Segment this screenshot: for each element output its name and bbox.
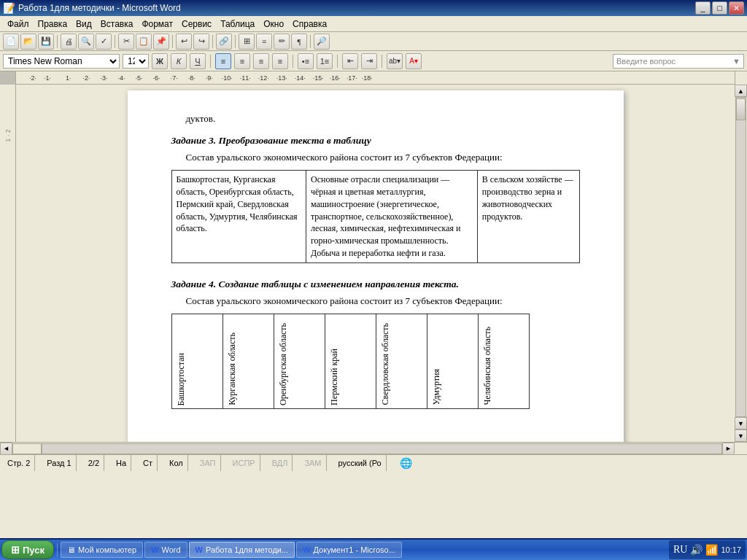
align-left-button[interactable]: ≡	[215, 53, 231, 69]
menu-help[interactable]: Справка	[288, 18, 331, 31]
table2-cell5: Свердловская область	[376, 314, 427, 408]
taskbar: ⊞ Пуск 🖥 Мой компьютер W Word W Работа 1…	[0, 538, 747, 560]
menu-window[interactable]: Окно	[259, 18, 288, 31]
size-select[interactable]: 12	[123, 54, 149, 69]
bullets-button[interactable]: •≡	[298, 53, 314, 69]
table-button[interactable]: ⊞	[239, 34, 255, 50]
align-center-button[interactable]: ≡	[234, 53, 250, 69]
tray-volume-icon: 📶	[705, 544, 718, 556]
status-page-of: 2/2	[84, 455, 104, 471]
hyperlink-button[interactable]: 🔗	[216, 34, 232, 50]
minimize-button[interactable]: _	[695, 1, 711, 15]
word-icon: W	[151, 545, 158, 554]
table1: Башкортостан, Курганская область, Оренбу…	[171, 170, 580, 263]
close-button[interactable]: ✕	[729, 1, 744, 15]
decrease-indent-button[interactable]: ⇤	[342, 53, 358, 69]
menu-table[interactable]: Таблица	[216, 18, 259, 31]
font-select[interactable]: Times New Roman	[3, 54, 120, 69]
highlight-button[interactable]: ab▾	[387, 53, 403, 69]
spellcheck-button[interactable]: ✓	[96, 34, 112, 50]
show-button[interactable]: ¶	[291, 34, 307, 50]
font-color-button[interactable]: A▾	[406, 53, 422, 69]
cut-button[interactable]: ✂	[118, 34, 134, 50]
scroll-left-button[interactable]: ◄	[0, 443, 12, 455]
menu-format[interactable]: Формат	[137, 18, 177, 31]
status-ha: На	[112, 455, 131, 471]
table2-text1: Башкортостан	[175, 353, 187, 405]
hscroll-track[interactable]	[42, 443, 722, 454]
task4-body: Состав уральского экономического района …	[171, 295, 580, 308]
table2-row: Башкортостан Курганская область Оренбург…	[171, 314, 529, 408]
scroll-view-buttons	[12, 443, 42, 454]
mycomputer-icon: 🖥	[67, 545, 75, 554]
intro-text: дуктов.	[171, 112, 580, 125]
sep7	[210, 55, 211, 68]
paste-button[interactable]: 📌	[153, 34, 169, 50]
start-label: Пуск	[23, 545, 44, 556]
status-vdl: ВДЛ	[268, 455, 293, 471]
open-button[interactable]: 📂	[20, 34, 36, 50]
ruler-corner	[0, 71, 16, 85]
task3-heading: Задание 3. Преобразование текста в табли…	[171, 134, 580, 148]
table2-text6: Удмуртия	[430, 369, 443, 405]
table2-text4: Пермский край	[328, 349, 341, 405]
scroll-up-button[interactable]: ▲	[735, 85, 747, 97]
status-lang: русский (Ро	[334, 455, 387, 471]
align-justify-button[interactable]: ≡	[272, 53, 288, 69]
menu-view[interactable]: Вид	[71, 18, 96, 31]
taskbar-sep	[57, 543, 58, 556]
scroll-track[interactable]	[735, 97, 746, 417]
scroll-thumb[interactable]	[736, 98, 746, 120]
system-tray: RU 🔊 📶 10:17	[669, 540, 746, 559]
menu-insert[interactable]: Вставка	[96, 18, 138, 31]
start-button[interactable]: ⊞ Пуск	[1, 540, 54, 559]
taskbar-doc1[interactable]: W Работа 1для методи...	[189, 542, 295, 558]
italic-button[interactable]: К	[171, 53, 187, 69]
numbering-button[interactable]: 1≡	[317, 53, 333, 69]
document-page: дуктов. Задание 3. Преобразование текста…	[128, 90, 624, 442]
sep5	[235, 35, 236, 48]
status-page: Стр. 2	[3, 455, 35, 471]
status-kol: Кол	[165, 455, 188, 471]
tray-network-icon: 🔊	[690, 544, 703, 556]
scroll-down-button[interactable]: ▼	[735, 417, 747, 429]
table2-cell6: Удмуртия	[427, 314, 478, 408]
new-button[interactable]: 📄	[3, 34, 19, 50]
menu-file[interactable]: Файл	[3, 18, 34, 31]
table1-cell3: В сельском хозяйстве — производство зерн…	[477, 171, 579, 263]
title-bar: 📝 Работа 1для методички - Microsoft Word…	[0, 0, 747, 16]
menu-tools[interactable]: Сервис	[177, 18, 216, 31]
drawing-button[interactable]: ✏	[274, 34, 290, 50]
menu-edit[interactable]: Правка	[34, 18, 72, 31]
taskbar-mycomputer[interactable]: 🖥 Мой компьютер	[61, 542, 143, 558]
bold-button[interactable]: Ж	[152, 53, 168, 69]
copy-button[interactable]: 📋	[136, 34, 152, 50]
doc1-icon: W	[196, 545, 203, 554]
columns-button[interactable]: ≡	[256, 34, 272, 50]
redo-button[interactable]: ↪	[193, 34, 209, 50]
scroll-down2-button[interactable]: ▼	[735, 429, 747, 442]
sep6	[310, 35, 311, 48]
print-button[interactable]: 🖨	[61, 34, 77, 50]
taskbar-word[interactable]: W Word	[144, 542, 187, 558]
table1-row1: Башкортостан, Курганская область, Оренбу…	[171, 171, 579, 263]
undo-button[interactable]: ↩	[176, 34, 192, 50]
help-search-box[interactable]: Введите вопрос ▼	[613, 54, 744, 69]
sep2	[115, 35, 115, 48]
zoom-button[interactable]: 🔎	[314, 34, 330, 50]
table2-cell1: Башкортостан	[171, 314, 222, 408]
increase-indent-button[interactable]: ⇥	[361, 53, 377, 69]
maximize-button[interactable]: □	[712, 1, 727, 15]
taskbar-doc2[interactable]: W Документ1 - Microsо...	[296, 542, 402, 558]
preview-button[interactable]: 🔍	[78, 34, 94, 50]
status-bar: Стр. 2 Разд 1 2/2 На Ст Кол ЗАП ИСПР ВДЛ…	[0, 454, 747, 471]
save-button[interactable]: 💾	[38, 34, 54, 50]
task4-heading: Задание 4. Создание таблицы с изменением…	[171, 278, 580, 292]
sep4	[212, 35, 213, 48]
table2-cell3: Оренбургская область	[274, 314, 325, 408]
scroll-right-button[interactable]: ►	[722, 443, 735, 455]
table2-cell7: Челябинская область	[478, 314, 529, 408]
underline-button[interactable]: Ч	[190, 53, 206, 69]
sep10	[382, 55, 382, 68]
align-right-button[interactable]: ≡	[253, 53, 269, 69]
